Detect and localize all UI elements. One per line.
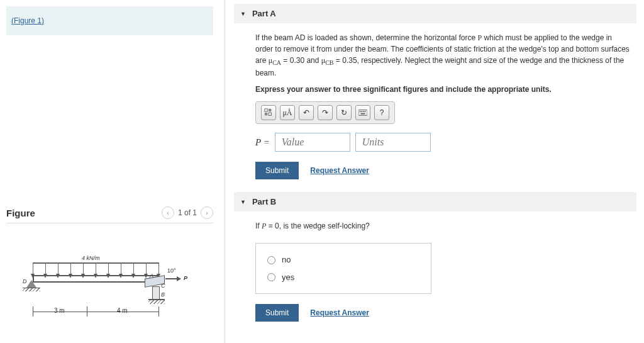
reset-button[interactable]: ↻ <box>336 105 352 120</box>
option-no[interactable]: no <box>267 251 419 269</box>
part-a-question: If the beam AD is loaded as shown, deter… <box>255 32 630 79</box>
svg-rect-7 <box>363 111 364 113</box>
svg-rect-5 <box>360 111 361 113</box>
label-C: C <box>161 283 165 289</box>
part-a-title: Part A <box>252 9 276 18</box>
undo-button[interactable]: ↶ <box>299 105 314 120</box>
svg-rect-6 <box>361 111 362 113</box>
keyboard-button[interactable] <box>355 105 370 120</box>
value-input[interactable] <box>275 133 350 152</box>
dim-4m: 4 m <box>117 307 128 314</box>
figure-title: Figure <box>6 208 35 218</box>
submit-button-b[interactable]: Submit <box>255 304 299 322</box>
next-figure-button[interactable]: › <box>201 206 213 219</box>
caret-down-icon: ▼ <box>240 199 246 205</box>
label-D: D <box>23 278 27 284</box>
redo-button[interactable]: ↷ <box>318 105 333 120</box>
angle-label: 10° <box>167 267 176 274</box>
option-yes-label: yes <box>282 271 294 284</box>
part-b-header[interactable]: ▼ Part B <box>234 192 636 211</box>
submit-button-a[interactable]: Submit <box>255 162 299 179</box>
part-a-instruction: Express your answer to three significant… <box>255 84 630 95</box>
option-no-label: no <box>282 254 291 266</box>
label-B: B <box>161 291 165 298</box>
svg-rect-9 <box>361 113 365 115</box>
part-a-body: If the beam AD is loaded as shown, deter… <box>234 23 636 188</box>
caret-down-icon: ▼ <box>240 11 246 17</box>
request-answer-link-a[interactable]: Request Answer <box>310 165 369 176</box>
label-P: P <box>184 275 187 281</box>
templates-button[interactable] <box>261 105 276 120</box>
figure-reference-box: (Figure 1) <box>6 6 213 35</box>
dim-3m: 3 m <box>54 307 65 314</box>
radio-icon[interactable] <box>267 256 275 264</box>
part-b-body: If P = 0, is the wedge self-locking? no … <box>234 211 636 330</box>
svg-rect-3 <box>269 113 271 115</box>
beam-diagram: /*arrows drawn below statically*/ <box>13 242 201 330</box>
load-label: 4 kN/m <box>82 255 100 261</box>
prev-figure-button[interactable]: ‹ <box>162 206 174 219</box>
answer-label: P = <box>255 135 270 150</box>
radio-icon[interactable] <box>267 273 275 281</box>
help-button[interactable]: ? <box>374 105 389 120</box>
figure-header: Figure ‹ 1 of 1 › <box>6 206 213 223</box>
figure-link[interactable]: (Figure 1) <box>11 16 44 25</box>
part-b-title: Part B <box>252 197 276 206</box>
equation-toolbar: μÅ ↶ ↷ ↻ ? <box>255 101 395 124</box>
option-yes[interactable]: yes <box>267 269 419 286</box>
label-A: A <box>150 273 153 279</box>
request-answer-link-b[interactable]: Request Answer <box>310 307 369 318</box>
radio-group: no yes <box>255 243 431 294</box>
units-input[interactable] <box>355 133 431 152</box>
svg-rect-8 <box>365 111 366 113</box>
svg-rect-2 <box>265 113 267 115</box>
part-a-header[interactable]: ▼ Part A <box>234 4 636 23</box>
units-symbol-button[interactable]: μÅ <box>280 105 295 120</box>
svg-rect-4 <box>358 110 367 116</box>
part-b-question: If P = 0, is the wedge self-locking? <box>255 220 630 232</box>
figure-area: /*arrows drawn below statically*/ <box>6 242 213 337</box>
figure-pager: ‹ 1 of 1 › <box>162 206 213 219</box>
svg-rect-1 <box>269 109 271 111</box>
svg-rect-0 <box>265 109 267 111</box>
pager-label: 1 of 1 <box>178 208 197 217</box>
